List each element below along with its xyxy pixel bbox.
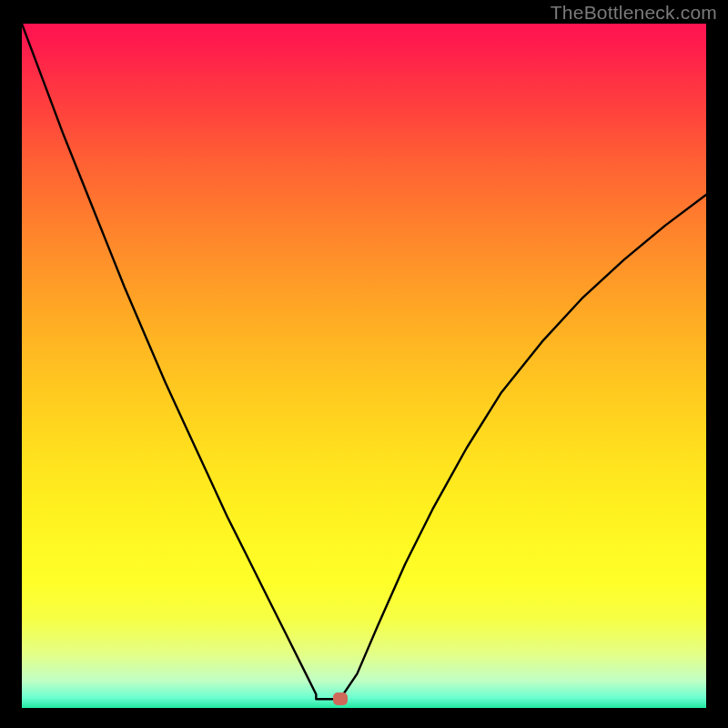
chart-wrap: TheBottleneck.com xyxy=(0,0,728,728)
curve-svg xyxy=(22,24,706,708)
watermark-text: TheBottleneck.com xyxy=(551,2,717,24)
plot-area xyxy=(22,24,706,708)
curve-path xyxy=(22,24,706,699)
minimum-marker xyxy=(333,693,348,705)
